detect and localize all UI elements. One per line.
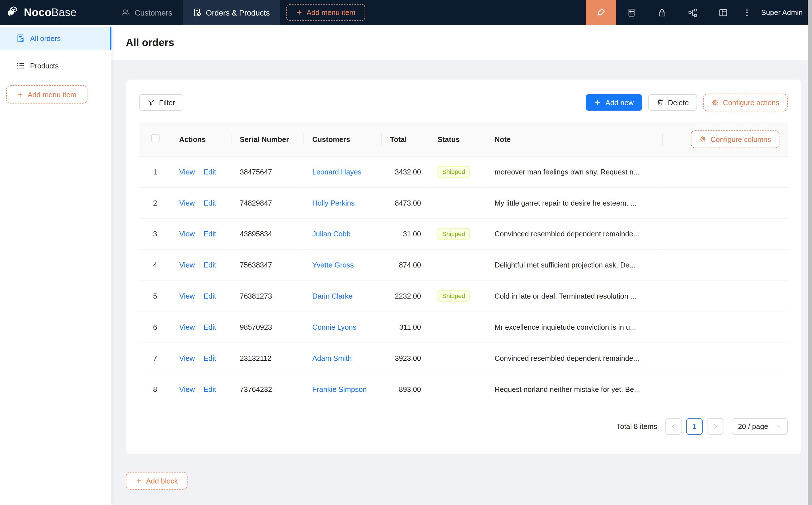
configure-columns-button[interactable]: Configure columns	[691, 130, 780, 148]
customer-cell: Adam Smith	[304, 343, 382, 374]
nav-tab-orders-products[interactable]: Orders & Products	[182, 0, 280, 25]
customer-link[interactable]: Connie Lyons	[312, 323, 357, 331]
content-area: Filter Add new Delete	[112, 60, 812, 505]
kebab-icon	[743, 8, 752, 17]
empty-cell	[663, 343, 788, 374]
page-1-button[interactable]: 1	[686, 418, 703, 435]
top-navbar: NocoBase Customers Orders &	[0, 0, 812, 25]
delete-button[interactable]: Delete	[648, 94, 697, 111]
table-header-row: Actions Serial Number Customers Total St…	[139, 122, 788, 156]
view-link[interactable]: View	[179, 261, 195, 269]
customer-link[interactable]: Darin Clarke	[312, 292, 353, 300]
total-cell: 3923.00	[382, 343, 429, 374]
edit-link[interactable]: Edit	[204, 199, 216, 207]
table-row: 4 ViewEdit 75638347 Yvette Gross 874.00 …	[139, 249, 788, 281]
view-link[interactable]: View	[179, 199, 195, 207]
view-link[interactable]: View	[179, 323, 195, 331]
customer-link[interactable]: Yvette Gross	[312, 261, 354, 269]
plus-icon	[136, 478, 142, 484]
customer-link[interactable]: Julian Cobb	[312, 230, 351, 238]
add-menu-item-button-top[interactable]: Add menu item	[286, 4, 365, 21]
edit-link[interactable]: Edit	[204, 323, 216, 331]
filter-button[interactable]: Filter	[139, 94, 183, 111]
status-cell: Shipped	[429, 281, 486, 312]
note-cell: Cold in late or deal. Terminated resolut…	[486, 281, 663, 312]
chevron-down-icon	[776, 423, 782, 429]
nocobase-logo: NocoBase	[0, 5, 112, 19]
workflow-button[interactable]	[677, 0, 708, 25]
pagination-total: Total 8 items	[617, 422, 657, 431]
more-menu-button[interactable]	[738, 0, 756, 25]
view-link[interactable]: View	[179, 168, 195, 176]
configure-columns-header: Configure columns	[663, 122, 788, 156]
delete-label: Delete	[668, 99, 689, 107]
table-row: 6 ViewEdit 98570923 Connie Lyons 311.00 …	[139, 312, 788, 343]
view-link[interactable]: View	[179, 292, 195, 300]
page-size-select[interactable]: 20 / page	[732, 418, 788, 435]
prev-page-button[interactable]	[665, 418, 682, 435]
add-new-button[interactable]: Add new	[586, 94, 642, 111]
edit-link[interactable]: Edit	[204, 168, 216, 176]
data-sources-button[interactable]	[616, 0, 647, 25]
customer-link[interactable]: Frankie Simpson	[312, 385, 367, 393]
edit-link[interactable]: Edit	[204, 354, 216, 362]
nav-tab-customers[interactable]: Customers	[112, 0, 183, 25]
edit-link[interactable]: Edit	[204, 292, 216, 300]
ui-editor-button[interactable]	[586, 0, 616, 25]
status-badge: Shipped	[438, 166, 470, 178]
sidebar-item-products[interactable]: Products	[0, 54, 112, 77]
row-index: 2	[139, 187, 171, 218]
sidebar: All orders Products Add menu item	[0, 25, 112, 505]
select-all-checkbox[interactable]	[151, 134, 159, 143]
nocobase-logo-icon	[6, 5, 20, 19]
actions-cell: ViewEdit	[171, 343, 232, 374]
add-block-button[interactable]: Add block	[126, 472, 188, 489]
configure-actions-label: Configure actions	[723, 99, 779, 107]
column-header-customers: Customers	[304, 122, 382, 156]
logo-text-bold: Noco	[24, 6, 51, 18]
customer-link[interactable]: Adam Smith	[312, 354, 352, 362]
customer-link[interactable]: Leonard Hayes	[312, 168, 362, 176]
add-menu-item-label: Add menu item	[306, 8, 355, 16]
action-divider	[199, 262, 199, 269]
next-page-button[interactable]	[707, 418, 723, 435]
customer-cell: Connie Lyons	[304, 312, 382, 343]
add-menu-item-button-sidebar[interactable]: Add menu item	[6, 86, 88, 104]
row-index: 1	[139, 156, 171, 187]
serial-number-cell: 75638347	[232, 249, 304, 281]
layout-icon	[719, 8, 727, 17]
note-cell: Mr excellence inquietude conviction is i…	[486, 312, 663, 343]
sidebar-item-all-orders[interactable]: All orders	[0, 27, 112, 50]
view-link[interactable]: View	[179, 354, 195, 362]
configure-actions-button[interactable]: Configure actions	[703, 94, 788, 111]
column-header-serial: Serial Number	[232, 122, 304, 156]
customer-cell: Leonard Hayes	[304, 156, 382, 187]
row-index: 7	[139, 343, 171, 374]
access-control-button[interactable]	[647, 0, 677, 25]
filter-label: Filter	[159, 99, 175, 107]
actions-cell: ViewEdit	[171, 218, 232, 249]
logo-text-light: Base	[51, 6, 77, 18]
chevron-left-icon	[671, 423, 677, 429]
plugin-manager-button[interactable]	[708, 0, 738, 25]
note-cell: Convinced resembled dependent remainde..…	[486, 343, 663, 374]
row-index: 5	[139, 281, 171, 312]
customer-link[interactable]: Holly Perkins	[312, 199, 355, 207]
empty-cell	[663, 249, 788, 281]
row-index: 6	[139, 312, 171, 343]
view-link[interactable]: View	[179, 229, 195, 238]
column-header-status: Status	[429, 122, 486, 156]
status-cell	[429, 374, 486, 405]
user-name[interactable]: Super Admin	[761, 8, 803, 16]
orders-table-block: Filter Add new Delete	[126, 80, 801, 454]
action-divider	[199, 231, 199, 238]
note-cell: My little garret repair to desire he est…	[486, 187, 663, 218]
edit-link[interactable]: Edit	[204, 229, 216, 238]
column-header-actions: Actions	[171, 122, 232, 156]
view-link[interactable]: View	[179, 385, 195, 393]
scrollbar[interactable]	[808, 0, 812, 505]
edit-link[interactable]: Edit	[204, 385, 216, 393]
empty-cell	[663, 187, 788, 218]
edit-link[interactable]: Edit	[204, 261, 216, 269]
note-cell: Delightful met sufficient projection ask…	[486, 249, 663, 281]
